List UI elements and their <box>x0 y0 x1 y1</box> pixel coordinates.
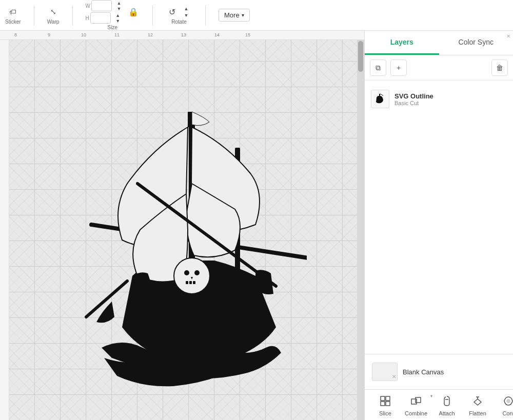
attach-button[interactable]: Attach <box>431 394 462 416</box>
svg-rect-18 <box>386 402 390 406</box>
height-up-btn[interactable]: ▲ <box>112 12 124 18</box>
scrollbar-thumb[interactable] <box>358 41 363 72</box>
contour-icon <box>501 394 513 408</box>
delete-layer-button[interactable]: 🗑 <box>491 59 508 76</box>
ruler-num-15: 15 <box>245 32 250 37</box>
attach-svg-icon <box>441 395 453 407</box>
sticker-controls: 🏷 <box>7 6 19 18</box>
separator-3 <box>152 5 153 26</box>
layer-info: SVG Outline Basic Cut <box>394 92 507 106</box>
flatten-svg-icon <box>471 395 484 407</box>
size-section: W ▲ ▼ H ▲ ▼ 🔒 Size <box>86 0 140 30</box>
add-layer-button[interactable]: + <box>390 59 407 76</box>
ruler-num-9: 9 <box>48 32 50 37</box>
height-down-btn[interactable]: ▼ <box>112 18 124 24</box>
layer-name: SVG Outline <box>394 92 507 100</box>
tabs-container: Layers Color Sync ✕ <box>365 31 513 55</box>
layer-item-svg-outline[interactable]: SVG Outline Basic Cut <box>365 85 513 113</box>
tab-layers[interactable]: Layers <box>365 31 439 55</box>
vertical-scrollbar[interactable] <box>357 40 364 420</box>
blank-canvas-x-icon: ✕ <box>392 374 396 379</box>
ship-image-container[interactable] <box>61 81 307 399</box>
ruler-num-11: 11 <box>114 32 120 37</box>
size-controls: W ▲ ▼ H ▲ ▼ 🔒 <box>86 0 140 24</box>
blank-canvas-thumbnail: ✕ <box>372 363 398 381</box>
slice-label: Slice <box>379 410 391 416</box>
slice-svg-icon <box>379 395 391 407</box>
flatten-button[interactable]: Flatten <box>462 394 493 416</box>
ruler-horizontal: 8 9 10 11 12 13 14 15 <box>0 31 364 40</box>
svg-rect-14 <box>379 94 380 98</box>
contour-svg-icon <box>502 395 513 407</box>
svg-rect-8 <box>189 281 192 284</box>
svg-rect-17 <box>381 402 385 406</box>
layer-actions-bar: ⧉ + 🗑 <box>365 55 513 81</box>
ruler-vertical <box>0 40 9 420</box>
ruler-num-14: 14 <box>214 32 220 37</box>
contour-button[interactable]: Cont <box>493 394 513 416</box>
add-icon: + <box>397 64 401 72</box>
slice-button[interactable]: Slice <box>370 394 401 416</box>
flatten-icon <box>470 394 485 408</box>
combine-arrow-icon: ▾ <box>430 394 432 398</box>
width-input[interactable] <box>91 0 112 11</box>
more-chevron-icon: ▾ <box>242 12 244 18</box>
lock-icon[interactable]: 🔒 <box>127 6 140 18</box>
top-toolbar: 🏷 Sticker ⤡ Warp W ▲ ▼ H <box>0 0 513 31</box>
warp-label: Warp <box>47 19 60 25</box>
copy-layer-button[interactable]: ⧉ <box>370 59 386 76</box>
svg-rect-7 <box>186 281 188 284</box>
layer-list: SVG Outline Basic Cut <box>365 81 513 354</box>
ruler-h-inner: 8 9 10 11 12 13 14 15 <box>9 31 364 38</box>
combine-icon <box>409 394 423 408</box>
svg-rect-15 <box>381 396 385 401</box>
svg-point-5 <box>184 270 189 275</box>
separator-2 <box>72 5 73 26</box>
layer-type: Basic Cut <box>394 100 507 106</box>
ruler-num-8: 8 <box>14 32 17 37</box>
warp-section: ⤡ Warp <box>47 6 60 25</box>
combine-label: Combine <box>405 410 427 416</box>
rotate-up-btn[interactable]: ▲ <box>180 6 192 11</box>
main-area: 8 9 10 11 12 13 14 15 <box>0 31 513 420</box>
right-panel: Layers Color Sync ✕ ⧉ + 🗑 <box>364 31 513 420</box>
blank-canvas-label: Blank Canvas <box>403 368 444 376</box>
pirate-ship-svg <box>61 81 307 399</box>
combine-button[interactable]: Combine ▾ <box>401 394 431 416</box>
tab-color-sync[interactable]: Color Sync ✕ <box>439 31 514 55</box>
rotate-icon[interactable]: ↺ <box>166 6 178 18</box>
sticker-label: Sticker <box>5 19 21 25</box>
width-up-btn[interactable]: ▲ <box>113 0 125 6</box>
color-sync-close-icon[interactable]: ✕ <box>506 33 510 39</box>
rotate-section: ↺ ▲ ▼ Rotate <box>166 6 192 25</box>
sticker-section: 🏷 Sticker <box>5 6 21 25</box>
svg-rect-16 <box>386 396 390 401</box>
svg-rect-9 <box>193 281 195 284</box>
width-down-btn[interactable]: ▼ <box>113 6 125 11</box>
ruler-num-10: 10 <box>81 32 86 37</box>
warp-icon[interactable]: ⤡ <box>47 6 60 18</box>
slice-icon <box>378 394 392 408</box>
contour-label: Cont <box>502 410 513 416</box>
flatten-label: Flatten <box>469 410 486 416</box>
canvas-grid[interactable] <box>9 40 364 420</box>
size-label: Size <box>108 25 117 30</box>
color-sync-tab-label: Color Sync <box>459 38 494 46</box>
combine-svg-icon <box>410 395 422 407</box>
copy-icon: ⧉ <box>376 64 381 72</box>
attach-icon <box>440 394 454 408</box>
separator-4 <box>205 5 206 26</box>
rotate-down-btn[interactable]: ▼ <box>180 12 192 18</box>
more-button[interactable]: More ▾ <box>219 9 250 22</box>
svg-point-4 <box>174 258 210 294</box>
blank-canvas-item[interactable]: ✕ Blank Canvas <box>370 359 508 384</box>
bottom-toolbar: Slice Combine ▾ <box>365 389 513 420</box>
delete-icon: 🗑 <box>496 64 503 72</box>
sticker-icon[interactable]: 🏷 <box>7 6 19 18</box>
canvas-area: 8 9 10 11 12 13 14 15 <box>0 31 364 420</box>
rotate-label: Rotate <box>171 19 186 25</box>
layer-thumb-svg <box>373 92 387 106</box>
rotate-controls: ↺ ▲ ▼ <box>166 6 192 18</box>
height-input[interactable] <box>90 12 111 24</box>
svg-rect-3 <box>188 112 192 127</box>
